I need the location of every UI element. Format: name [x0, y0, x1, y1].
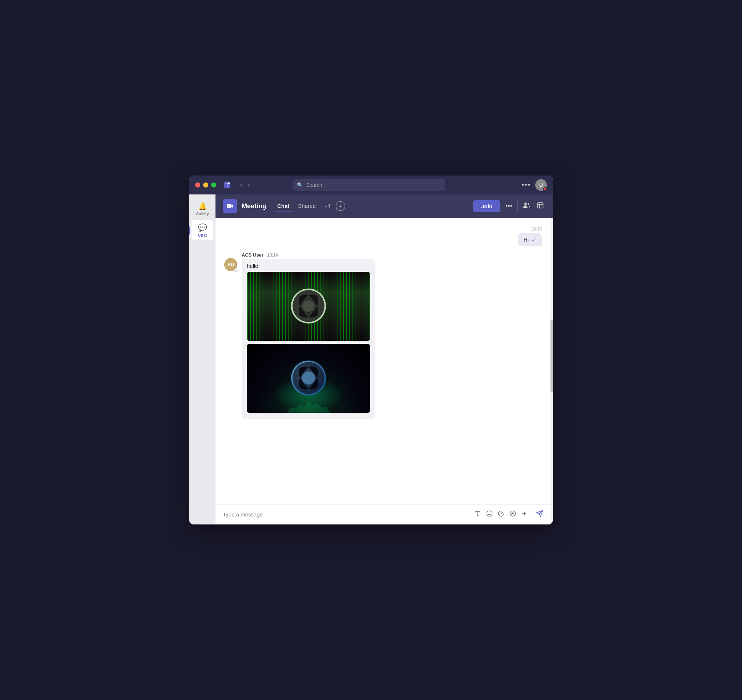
messages-list[interactable]: 18:13 Hi ✓ AU — [215, 218, 551, 504]
sender-avatar: AU — [224, 258, 237, 271]
received-content: ACS User 18:14 hello — [241, 252, 375, 419]
top-bar-right: Join ••• — [473, 200, 545, 212]
image-attachment-2[interactable] — [247, 344, 370, 413]
join-button[interactable]: Join — [473, 200, 501, 212]
received-text: hello — [247, 263, 370, 269]
top-bar-tabs: Chat Shared +4 + — [274, 201, 345, 211]
traffic-lights — [195, 183, 216, 187]
tab-shared[interactable]: Shared — [294, 201, 319, 211]
messages-panel: 18:13 Hi ✓ AU — [215, 218, 551, 525]
scroll-thumb[interactable] — [551, 320, 553, 392]
svg-point-4 — [524, 202, 527, 205]
emoji-button[interactable] — [486, 510, 493, 519]
chat-area: 18:13 Hi ✓ AU — [215, 218, 553, 525]
chat-icon: 💬 — [198, 223, 207, 232]
content-area: Meeting Chat Shared +4 + Join ••• — [215, 195, 553, 525]
image-attachment-1[interactable] — [247, 272, 370, 341]
message-meta: ACS User 18:14 — [241, 252, 375, 258]
message-received: AU ACS User 18:14 hello — [224, 252, 542, 419]
teams-logo-icon: T — [222, 180, 232, 190]
sidebar: 🔔 Activity 💬 Chat — [189, 195, 215, 525]
sent-message-inner: 18:13 Hi ✓ — [518, 227, 542, 246]
activity-label: Activity — [196, 212, 209, 216]
delivered-icon: ✓ — [531, 237, 536, 243]
search-bar[interactable]: 🔍 — [293, 179, 445, 191]
attach-button[interactable] — [520, 510, 529, 519]
tab-plus[interactable]: +4 — [321, 201, 334, 211]
meeting-title: Meeting — [241, 202, 266, 210]
app-window: T ‹ › 🔍 ••• U 🔔 Activity — [189, 175, 553, 525]
bell-icon: 🔔 — [198, 202, 207, 211]
title-bar-right: ••• U — [522, 179, 547, 191]
svg-point-2 — [228, 183, 230, 185]
minimize-button[interactable] — [203, 183, 208, 187]
chat-label: Chat — [198, 233, 207, 237]
sent-text: Hi — [524, 237, 529, 243]
received-time: 18:14 — [267, 253, 278, 258]
popout-button[interactable] — [535, 200, 545, 212]
svg-point-12 — [487, 511, 492, 516]
meeting-icon — [223, 199, 237, 213]
main-layout: 🔔 Activity 💬 Chat Meeting Chat — [189, 195, 553, 525]
user-avatar[interactable]: U — [535, 179, 547, 191]
nav-arrows: ‹ › — [238, 180, 252, 190]
message-sent: 18:13 Hi ✓ — [224, 227, 542, 246]
svg-rect-3 — [227, 204, 231, 208]
more-options-button[interactable]: ••• — [522, 181, 531, 189]
participants-button[interactable] — [521, 200, 531, 212]
gif-button[interactable] — [509, 510, 517, 519]
close-button[interactable] — [195, 183, 200, 187]
svg-point-11 — [302, 371, 315, 385]
input-divider — [532, 511, 532, 518]
sidebar-item-chat[interactable]: 💬 Chat — [191, 220, 213, 240]
more-actions-button[interactable]: ••• — [504, 201, 514, 212]
status-indicator — [543, 187, 547, 191]
received-bubble: hello — [241, 259, 375, 419]
xbox-logo-1 — [290, 288, 327, 325]
add-tab-button[interactable]: + — [336, 201, 345, 211]
search-input[interactable] — [306, 182, 441, 188]
sticker-button[interactable] — [497, 510, 505, 519]
channel-header: Meeting Chat Shared +4 + Join ••• — [215, 195, 553, 218]
back-button[interactable]: ‹ — [238, 180, 244, 190]
format-button[interactable] — [474, 510, 482, 519]
maximize-button[interactable] — [211, 183, 216, 187]
svg-rect-5 — [538, 202, 543, 208]
message-input[interactable] — [223, 511, 470, 517]
title-bar: T ‹ › 🔍 ••• U — [189, 175, 553, 195]
sent-time: 18:13 — [531, 227, 542, 231]
forward-button[interactable]: › — [246, 180, 252, 190]
sender-name: ACS User — [241, 252, 264, 258]
input-actions — [474, 510, 543, 519]
search-icon: 🔍 — [297, 182, 303, 188]
xbox-logo-2 — [290, 360, 327, 397]
avatar-initials: AU — [227, 262, 234, 268]
scroll-track[interactable] — [551, 218, 553, 525]
offline-indicator — [234, 268, 238, 272]
sent-bubble: Hi ✓ — [518, 233, 542, 246]
tab-chat[interactable]: Chat — [274, 201, 293, 211]
sidebar-item-activity[interactable]: 🔔 Activity — [191, 199, 213, 219]
send-button[interactable] — [536, 510, 543, 519]
message-input-bar — [215, 504, 551, 525]
divider — [517, 201, 518, 211]
